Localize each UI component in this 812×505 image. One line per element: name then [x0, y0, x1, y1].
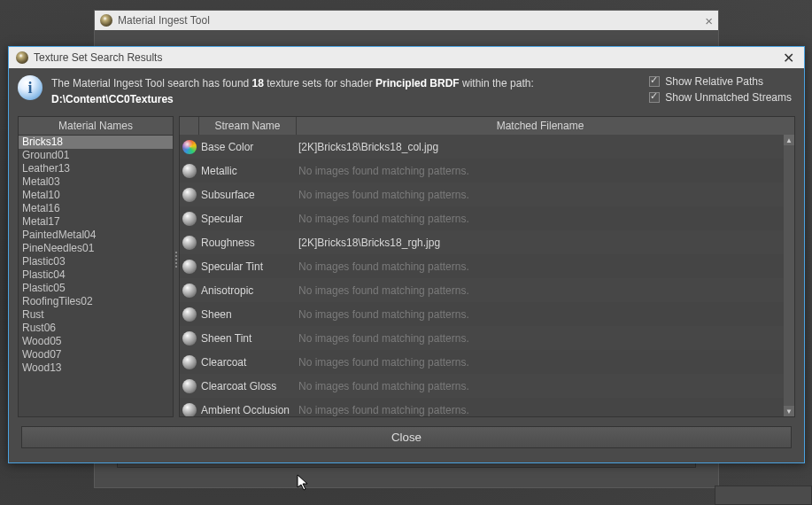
matched-filename: No images found matching patterns.: [297, 380, 794, 392]
gray-sphere-icon: [182, 236, 197, 250]
bg-sidepanel: [715, 486, 812, 505]
matched-filename: No images found matching patterns.: [297, 165, 794, 177]
stream-name: Clearcoat: [199, 356, 297, 369]
stream-row[interactable]: Specular TintNo images found matching pa…: [180, 254, 794, 278]
stream-row[interactable]: Roughness[2K]Bricks18\Bricks18_rgh.jpg: [180, 230, 794, 254]
material-item[interactable]: Wood05: [19, 335, 173, 348]
scroll-up-button[interactable]: ▲: [784, 135, 794, 145]
gray-sphere-icon: [182, 355, 197, 369]
gray-sphere-icon: [182, 188, 197, 202]
stream-name: Base Color: [199, 141, 297, 153]
material-item[interactable]: PaintedMetal04: [19, 229, 173, 242]
material-item[interactable]: Plastic03: [19, 255, 173, 268]
matched-filename: No images found matching patterns.: [297, 332, 794, 345]
app-icon: [100, 14, 112, 27]
material-item[interactable]: Bricks18: [19, 136, 173, 149]
dialog-title: Texture Set Search Results: [34, 51, 162, 64]
vertical-scrollbar[interactable]: ▲ ▼: [784, 135, 794, 416]
bg-titlebar: Material Ingest Tool ×: [95, 11, 718, 30]
color-sphere-icon: [182, 140, 197, 154]
matched-filename: No images found matching patterns.: [297, 213, 794, 225]
gray-sphere-icon: [182, 379, 197, 393]
stream-name: Ambient Occlusion: [199, 404, 297, 416]
streams-header-row: Stream Name Matched Filename: [180, 117, 794, 135]
stream-name: Subsurface: [199, 189, 297, 201]
material-item[interactable]: Wood13: [19, 361, 173, 375]
splitter[interactable]: [174, 116, 179, 417]
gray-sphere-icon: [182, 307, 197, 322]
summary-text: The Material Ingest Tool search has foun…: [51, 75, 534, 107]
stream-name: Anisotropic: [199, 284, 297, 297]
stream-name: Sheen Tint: [199, 332, 297, 345]
app-icon: [16, 51, 28, 64]
stream-row[interactable]: Ambient OcclusionNo images found matchin…: [180, 398, 794, 416]
matched-filename: No images found matching patterns.: [297, 404, 794, 416]
stream-row[interactable]: MetallicNo images found matching pattern…: [180, 159, 794, 183]
stream-row[interactable]: Sheen TintNo images found matching patte…: [180, 326, 794, 350]
matched-filename: No images found matching patterns.: [297, 308, 794, 321]
matched-filename: No images found matching patterns.: [297, 284, 794, 297]
matched-filename: No images found matching patterns.: [297, 260, 794, 273]
search-path: D:\Content\CC0Textures: [51, 93, 174, 105]
stream-row[interactable]: SubsurfaceNo images found matching patte…: [180, 183, 794, 206]
stream-row[interactable]: Clearcoat GlossNo images found matching …: [180, 374, 794, 398]
matched-filename: [2K]Bricks18\Bricks18_col.jpg: [297, 141, 794, 153]
material-item[interactable]: Leather13: [19, 162, 173, 175]
matched-filename: No images found matching patterns.: [297, 356, 794, 369]
material-item[interactable]: Metal10: [19, 189, 173, 202]
material-item[interactable]: Metal03: [19, 175, 173, 189]
materials-list[interactable]: Bricks18Ground01Leather13Metal03Metal10M…: [18, 135, 174, 417]
matched-filename-header: Matched Filename: [297, 117, 784, 135]
stream-name: Clearcoat Gloss: [199, 380, 297, 392]
gray-sphere-icon: [182, 284, 197, 298]
stream-name: Specular Tint: [199, 260, 297, 273]
stream-name: Specular: [199, 213, 297, 225]
dialog-titlebar: Texture Set Search Results ✕: [9, 47, 804, 68]
close-button[interactable]: Close: [21, 426, 792, 448]
material-item[interactable]: Wood07: [19, 348, 173, 361]
matched-filename: [2K]Bricks18\Bricks18_rgh.jpg: [297, 237, 794, 249]
material-item[interactable]: PineNeedles01: [19, 242, 173, 255]
gray-sphere-icon: [182, 331, 197, 346]
show-relative-paths-checkbox[interactable]: Show Relative Paths: [649, 75, 792, 88]
stream-row[interactable]: AnisotropicNo images found matching patt…: [180, 278, 794, 302]
bg-window-title: Material Ingest Tool: [118, 14, 210, 27]
scroll-down-button[interactable]: ▼: [784, 406, 794, 416]
stream-name-header: Stream Name: [199, 117, 297, 135]
info-icon: i: [18, 75, 43, 100]
stream-name: Sheen: [199, 308, 297, 321]
checkbox-icon: [649, 92, 660, 103]
streams-table[interactable]: Base Color[2K]Bricks18\Bricks18_col.jpgM…: [180, 135, 794, 416]
stream-row[interactable]: ClearcoatNo images found matching patter…: [180, 350, 794, 374]
stream-row[interactable]: SheenNo images found matching patterns.: [180, 302, 794, 326]
bg-close-button[interactable]: ×: [705, 13, 713, 28]
material-item[interactable]: Plastic05: [19, 282, 173, 295]
stream-name: Roughness: [199, 237, 297, 249]
gray-sphere-icon: [182, 260, 197, 274]
material-item[interactable]: Rust06: [19, 322, 173, 335]
stream-row[interactable]: SpecularNo images found matching pattern…: [180, 206, 794, 230]
checkbox-icon: [649, 76, 660, 87]
material-item[interactable]: Ground01: [19, 149, 173, 162]
show-unmatched-streams-checkbox[interactable]: Show Unmatched Streams: [649, 91, 792, 104]
material-item[interactable]: Metal16: [19, 202, 173, 215]
stream-name: Metallic: [199, 165, 297, 177]
material-item[interactable]: Rust: [19, 308, 173, 322]
gray-sphere-icon: [182, 164, 197, 178]
search-results-dialog: Texture Set Search Results ✕ i The Mater…: [8, 46, 805, 463]
material-item[interactable]: Plastic04: [19, 268, 173, 282]
dialog-close-button[interactable]: ✕: [779, 49, 797, 66]
material-item[interactable]: RoofingTiles02: [19, 295, 173, 308]
material-item[interactable]: Metal17: [19, 215, 173, 229]
gray-sphere-icon: [182, 403, 197, 417]
matched-filename: No images found matching patterns.: [297, 189, 794, 201]
stream-row[interactable]: Base Color[2K]Bricks18\Bricks18_col.jpg: [180, 135, 794, 159]
gray-sphere-icon: [182, 212, 197, 226]
materials-header: Material Names: [18, 116, 174, 135]
